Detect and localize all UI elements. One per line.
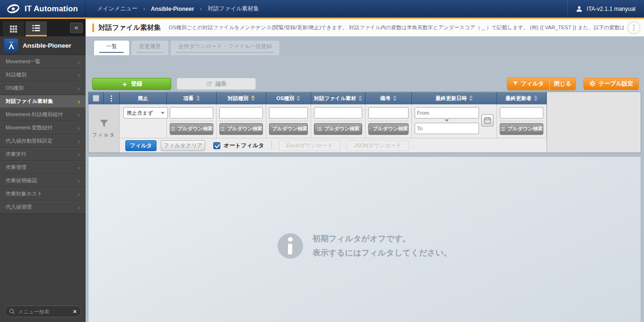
sidebar-item-movement-dialog-link[interactable]: Movement-対話種別紐付› xyxy=(0,108,86,121)
select-all-cell xyxy=(88,92,104,104)
register-button[interactable]: ＋ 登録 xyxy=(92,78,171,90)
sidebar-item-dialog-file-collection[interactable]: 対話ファイル素材集› xyxy=(0,95,86,108)
os-type-pulldown-search-button[interactable]: プルダウン検索 xyxy=(269,123,308,135)
sidebar: « Ansible-Pioneer Movement一覧› 対話種別› OS種別… xyxy=(0,19,86,322)
filter-close-button[interactable]: 閉じる xyxy=(549,78,576,90)
app-logo[interactable]: IT Automation xyxy=(0,0,86,17)
filter-toggle-label: フィルタ xyxy=(521,80,544,88)
table-settings-button[interactable]: テーブル設定 xyxy=(583,78,639,90)
last-updater-pulldown-search-button[interactable]: プルダウン検索 xyxy=(500,123,543,135)
dialog-file-pulldown-search-button[interactable]: プルダウン検索 xyxy=(314,123,362,135)
sidebar-collapse-button[interactable]: « xyxy=(70,23,83,33)
empty-state-line1: 初期フィルタがオフです。 xyxy=(313,232,452,246)
excel-download-button[interactable]: Excelダウンロード xyxy=(279,140,340,151)
menu-search-input[interactable] xyxy=(18,309,70,314)
column-label: 廃止 xyxy=(138,95,148,102)
sort-icon xyxy=(469,95,473,101)
json-download-button[interactable]: JSONダウンロード xyxy=(346,140,409,151)
breadcrumb-group[interactable]: Ansible-Pioneer xyxy=(151,6,194,12)
right-actions: フィルタ 閉じる テーブル設定 xyxy=(507,77,641,90)
column-header-dialog-type[interactable]: 対話種別 xyxy=(217,92,266,104)
filter-cells-row: 廃止含まず プルダウン検索 xyxy=(120,104,547,138)
chevron-right-icon: › xyxy=(78,58,80,66)
column-header-remarks[interactable]: 備考 xyxy=(366,92,412,104)
dialog-type-filter-input[interactable] xyxy=(219,107,263,119)
sidebar-item-label: OS種別 xyxy=(6,85,24,92)
column-header-os-type[interactable]: OS種別 xyxy=(266,92,311,104)
column-header-last-updated[interactable]: 最終更新日時 xyxy=(412,92,497,104)
page-header: 対話ファイル素材集 OS種別ごとの対話ファイルをメンテナンス(閲覧/登録/更新/… xyxy=(86,19,644,36)
column-label: OS種別 xyxy=(277,95,295,102)
row-menu-header-cell[interactable] xyxy=(104,92,120,104)
column-label: 対話種別 xyxy=(228,95,249,102)
breadcrumb-main-menu[interactable]: メインメニュー xyxy=(97,5,138,13)
user-menu[interactable]: ITA-v2.1.1 manyual xyxy=(567,0,644,17)
item-number-pulldown-search-button[interactable]: プルダウン検索 xyxy=(170,123,213,135)
ansible-pioneer-logo-icon xyxy=(4,39,18,52)
tab-change-history[interactable]: 変更履歴 xyxy=(131,41,168,55)
sidebar-item-label: Movement-変数紐付 xyxy=(6,124,52,131)
calendar-button[interactable] xyxy=(481,114,494,127)
autofilter-checkbox[interactable] xyxy=(213,142,220,149)
list-icon xyxy=(220,127,225,131)
sidebar-item-target-host[interactable]: 作業対象ホスト› xyxy=(0,187,86,201)
filter-clear-button[interactable]: フィルタクリア xyxy=(161,140,205,151)
pulldown-search-label: プルダウン検索 xyxy=(507,126,543,132)
description-more-button[interactable] xyxy=(628,22,639,33)
sidebar-item-os-type[interactable]: OS種別› xyxy=(0,82,86,95)
list-icon xyxy=(32,25,40,32)
sidebar-item-operation-manage[interactable]: 作業管理› xyxy=(0,161,86,174)
chevron-right-icon: › xyxy=(78,164,80,171)
sort-icon xyxy=(393,95,397,101)
sidebar-tab-menu-list[interactable] xyxy=(26,21,47,36)
sidebar-item-label: Movement-対話種別紐付 xyxy=(6,111,63,118)
remarks-filter-input[interactable] xyxy=(368,107,409,119)
sidebar-tab-grid[interactable] xyxy=(3,21,24,36)
date-to-input[interactable] xyxy=(415,123,479,134)
filter-apply-button[interactable]: フィルタ xyxy=(125,140,157,151)
sort-icon xyxy=(296,95,300,101)
dialog-file-filter-input[interactable] xyxy=(314,107,362,119)
sidebar-menu: Movement一覧› 対話種別› OS種別› 対話ファイル素材集› Movem… xyxy=(0,55,86,305)
select-all-checkbox[interactable] xyxy=(93,95,99,102)
os-type-filter-input[interactable] xyxy=(269,107,308,119)
tab-label: 一覧 xyxy=(99,43,125,50)
column-header-discard[interactable]: 廃止 xyxy=(120,92,167,104)
filter-cell-last-updated xyxy=(412,104,497,138)
clear-search-icon[interactable]: × xyxy=(73,308,77,315)
sort-icon xyxy=(196,95,200,101)
tab-bulk-download-register[interactable]: 全件ダウンロード・ファイル一括登録 xyxy=(171,41,279,55)
last-updater-filter-input[interactable] xyxy=(500,107,543,119)
sidebar-brand-name: Ansible-Pioneer xyxy=(23,42,71,49)
user-icon xyxy=(575,5,583,13)
chevron-right-icon: › xyxy=(78,151,80,158)
sidebar-item-operation-status[interactable]: 作業状態確認› xyxy=(0,174,86,187)
empty-state-message: 初期フィルタがオフです。 表示するにはフィルタしてください。 xyxy=(313,232,452,260)
column-header-last-updater[interactable]: 最終更新者 xyxy=(497,92,547,104)
data-table: 廃止 項番 対話種別 OS種別 対話ファイル素材 備考 最終更新日時 最終更新者… xyxy=(88,92,641,153)
chevron-right-icon: › xyxy=(78,85,80,92)
dialog-type-pulldown-search-button[interactable]: プルダウン検索 xyxy=(219,123,263,135)
filter-cell-last-updater: プルダウン検索 xyxy=(497,104,547,138)
list-icon xyxy=(500,127,505,131)
sidebar-item-operation-execute[interactable]: 作業実行› xyxy=(0,148,86,161)
empty-state-line2: 表示するにはフィルタしてください。 xyxy=(313,246,452,260)
remarks-pulldown-search-button[interactable]: プルダウン検索 xyxy=(368,123,409,135)
date-from-input[interactable] xyxy=(415,107,479,119)
sidebar-item-dialog-type[interactable]: 対話種別› xyxy=(0,68,86,82)
sidebar-item-movement-variable-link[interactable]: Movement-変数紐付› xyxy=(0,121,86,135)
discard-filter-select[interactable]: 廃止含まず xyxy=(123,107,168,119)
edit-button[interactable]: 編集 xyxy=(177,78,256,90)
sort-icon xyxy=(358,95,362,101)
sidebar-item-movement-list[interactable]: Movement一覧› xyxy=(0,55,86,68)
main-area: 対話ファイル素材集 OS種別ごとの対話ファイルをメンテナンス(閲覧/登録/更新/… xyxy=(86,19,644,322)
column-header-item-number[interactable]: 項番 xyxy=(167,92,217,104)
column-header-dialog-file[interactable]: 対話ファイル素材 xyxy=(311,92,366,104)
item-number-filter-input[interactable] xyxy=(170,107,213,119)
tab-list[interactable]: 一覧 xyxy=(94,41,129,55)
sidebar-item-substitution-auto-reg[interactable]: 代入値自動登録設定› xyxy=(0,135,86,148)
sidebar-item-substitution-manage[interactable]: 代入値管理› xyxy=(0,201,86,214)
filter-area: フィルタ 廃止含まず xyxy=(88,104,547,153)
filter-actions-row: フィルタ フィルタクリア オートフィルタ Excelダウンロード JSONダウン… xyxy=(120,138,547,153)
filter-toggle-button[interactable]: フィルタ xyxy=(507,78,549,90)
